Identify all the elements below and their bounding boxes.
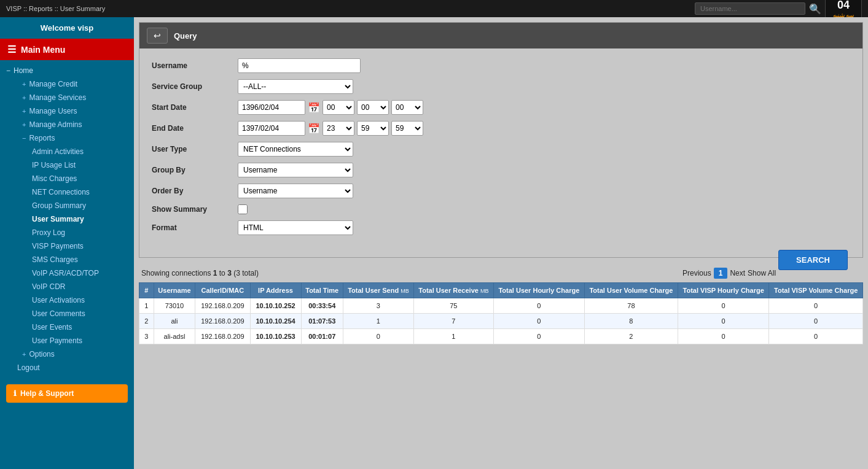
start-min-select[interactable]: 0001020304050607080910111213141516171819…	[357, 100, 389, 115]
table-header-row: # Username CallerID/MAC IP Address Total…	[139, 283, 863, 298]
col-callerid: CallerID/MAC	[195, 283, 250, 298]
user-type-select[interactable]: NET Connections	[238, 142, 353, 157]
pagination-current-page[interactable]: 1	[714, 268, 728, 279]
start-date-label: Start Date	[152, 103, 238, 112]
info-icon: ℹ	[14, 389, 17, 398]
results-info: Showing connections 1 to 3 (3 total) Pre…	[139, 264, 778, 282]
help-support-button[interactable]: ℹ Help & Support	[6, 384, 128, 403]
sidebar-item-manage-credit[interactable]: + Manage Credit	[17, 77, 134, 91]
user-type-row: User Type NET Connections	[152, 142, 850, 157]
format-row: Format HTML	[152, 220, 850, 235]
sidebar-item-proxy-log[interactable]: Proxy Log	[27, 226, 134, 239]
end-min-select[interactable]: 0001020304050607080910111213141516171819…	[357, 121, 389, 136]
top-username-input[interactable]	[695, 2, 805, 15]
cell-num: 3	[139, 329, 154, 344]
format-label: Format	[152, 223, 238, 232]
sidebar-item-group-summary[interactable]: Group Summary	[27, 199, 134, 212]
start-date-input[interactable]	[238, 100, 305, 115]
sidebar-item-home[interactable]: − Home	[0, 64, 134, 77]
end-date-group: 📅 00010203040506070809101112131415161718…	[238, 121, 423, 136]
cell-send-mb: 1	[343, 314, 413, 329]
sidebar-item-logout[interactable]: Logout	[0, 361, 134, 374]
group-by-select[interactable]: Username	[238, 163, 353, 177]
top-search-button[interactable]: 🔍	[809, 3, 821, 15]
show-summary-row: Show Summary	[152, 204, 850, 214]
format-select[interactable]: HTML	[238, 220, 353, 235]
username-label: Username	[152, 61, 238, 70]
cell-user-volume: 2	[584, 329, 678, 344]
pagination-next[interactable]: Next	[730, 269, 745, 277]
sidebar-sub-nav: + Manage Credit + Manage Services + Mana…	[0, 77, 134, 361]
query-panel: ↩ Query Username Service Group --ALL--	[139, 22, 863, 258]
sidebar-item-options[interactable]: + Options	[17, 347, 134, 361]
sidebar-item-user-payments[interactable]: User Payments	[27, 334, 134, 347]
cell-user-hourly: 0	[493, 329, 584, 344]
order-by-row: Order By Username	[152, 184, 850, 198]
sidebar-item-reports[interactable]: − Reports	[17, 131, 134, 145]
sidebar-item-voip-cdr[interactable]: VoIP CDR	[27, 280, 134, 293]
cell-num: 1	[139, 298, 154, 314]
service-group-select[interactable]: --ALL--	[238, 79, 353, 94]
col-user-hourly: Total User Hourly Charge	[493, 283, 584, 298]
show-summary-checkbox[interactable]	[238, 204, 248, 214]
col-user-receive: Total User Receive MB	[413, 283, 493, 298]
table-body: 1 73010 192.168.0.209 10.10.10.252 00:33…	[139, 298, 863, 344]
sidebar-item-manage-services[interactable]: + Manage Services	[17, 91, 134, 104]
table-row: 2 ali 192.168.0.209 10.10.10.254 01:07:5…	[139, 314, 863, 329]
sidebar-item-voip-asr[interactable]: VoIP ASR/ACD/TOP	[27, 266, 134, 280]
end-date-input[interactable]	[238, 121, 305, 136]
pagination: Previous 1 Next Show All	[682, 268, 776, 279]
sidebar-item-user-comments[interactable]: User Comments	[27, 307, 134, 320]
sidebar-item-visp-payments[interactable]: VISP Payments	[27, 239, 134, 253]
start-hour-select[interactable]: 00010203 04050607 08091011 12131415 1617…	[323, 100, 354, 115]
order-by-select[interactable]: Username	[238, 184, 353, 198]
cell-user-volume: 8	[584, 314, 678, 329]
query-title: Query	[174, 31, 197, 41]
cell-callerid: 192.168.0.209	[195, 298, 250, 314]
sidebar-item-user-summary[interactable]: User Summary	[27, 212, 134, 226]
cell-receive-mb: 75	[413, 298, 493, 314]
end-date-calendar-icon[interactable]: 📅	[308, 123, 320, 134]
sidebar-welcome: Welcome visp	[0, 17, 134, 39]
start-sec-select[interactable]: 0001020304050607080910111213141516171819…	[391, 100, 423, 115]
cell-username: 73010	[154, 298, 195, 314]
plus-icon: +	[22, 94, 26, 101]
show-summary-label: Show Summary	[152, 205, 238, 214]
reports-sub-nav: Admin Activities IP Usage List Misc Char…	[17, 145, 134, 347]
service-group-row: Service Group --ALL--	[152, 79, 850, 94]
sidebar-item-sms-charges[interactable]: SMS Charges	[27, 253, 134, 266]
sidebar-item-user-events[interactable]: User Events	[27, 320, 134, 334]
start-date-calendar-icon[interactable]: 📅	[308, 102, 320, 114]
plus-icon: −	[22, 134, 26, 142]
group-by-row: Group By Username	[152, 163, 850, 177]
cell-callerid: 192.168.0.209	[195, 314, 250, 329]
sidebar-item-manage-users[interactable]: + Manage Users	[17, 104, 134, 118]
cell-total-time: 00:01:07	[301, 329, 343, 344]
end-sec-select[interactable]: 0001020304050607080910111213141516171819…	[391, 121, 423, 136]
sidebar-item-misc-charges[interactable]: Misc Charges	[27, 172, 134, 185]
service-group-label: Service Group	[152, 82, 238, 91]
pagination-prev[interactable]: Previous	[682, 269, 711, 277]
col-visp-hourly: Total VISP Hourly Charge	[678, 283, 768, 298]
pagination-show-all[interactable]: Show All	[748, 269, 776, 277]
sidebar-item-admin-activities[interactable]: Admin Activities	[27, 145, 134, 158]
username-field[interactable]	[238, 58, 361, 73]
results-text: Showing connections 1 to 3 (3 total)	[141, 269, 259, 277]
plus-icon: +	[22, 121, 26, 128]
sidebar-item-net-connections[interactable]: NET Connections	[27, 185, 134, 199]
end-date-row: End Date 📅 00010203040506070809101112131…	[152, 121, 850, 136]
col-num: #	[139, 283, 154, 298]
back-button[interactable]: ↩	[147, 28, 168, 44]
sidebar-item-user-activations[interactable]: User Activations	[27, 293, 134, 307]
sidebar-item-manage-admins[interactable]: + Manage Admins	[17, 118, 134, 131]
order-by-label: Order By	[152, 187, 238, 195]
sidebar-item-ip-usage-list[interactable]: IP Usage List	[27, 158, 134, 172]
cell-visp-hourly: 0	[678, 329, 768, 344]
search-button[interactable]: SEARCH	[778, 250, 848, 270]
sidebar-username: visp	[77, 23, 93, 33]
cell-visp-hourly: 0	[678, 314, 768, 329]
cell-num: 2	[139, 314, 154, 329]
cell-user-hourly: 0	[493, 314, 584, 329]
cell-username: ali	[154, 314, 195, 329]
end-hour-select[interactable]: 0001020304050607080910111213141516171819…	[323, 121, 354, 136]
